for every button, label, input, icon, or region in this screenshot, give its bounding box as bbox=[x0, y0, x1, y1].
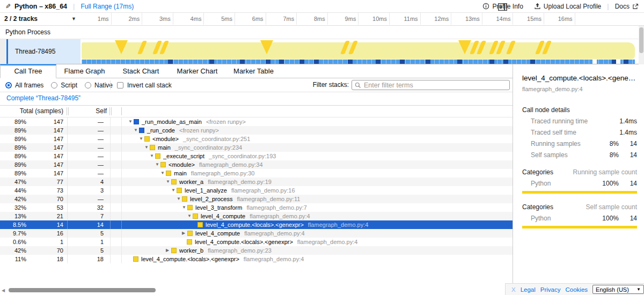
function-name: _execute_script bbox=[163, 152, 204, 160]
category-square-icon bbox=[139, 128, 144, 133]
sample-dark-segment bbox=[299, 60, 304, 64]
call-tree-row[interactable]: 0.6%11level_4_compute.<locals>.<genexpr>… bbox=[0, 238, 513, 246]
category-square-icon bbox=[171, 179, 177, 185]
track-grip-handle[interactable] bbox=[0, 39, 6, 64]
expand-arrow-icon[interactable]: ▼ bbox=[187, 212, 193, 220]
column-self[interactable]: Self bbox=[67, 106, 107, 117]
tab-call-tree[interactable]: Call Tree bbox=[0, 64, 56, 78]
tab-stack-chart[interactable]: Stack Chart bbox=[113, 64, 169, 78]
category-square-icon bbox=[171, 248, 177, 253]
call-tree-row[interactable]: 32%5332▼level_3_transformflamegraph_demo… bbox=[0, 203, 513, 212]
tracks-dropdown-button[interactable]: ▼ bbox=[71, 13, 76, 25]
radio-native[interactable]: Native bbox=[85, 82, 113, 89]
filter-stacks-input[interactable]: Enter filter terms bbox=[352, 80, 510, 90]
legal-link[interactable]: Legal bbox=[521, 286, 536, 293]
tracks-vertical-scrollbar-thumb[interactable] bbox=[639, 27, 643, 53]
ruler-tick: 14ms bbox=[482, 13, 514, 25]
tab-flame-graph[interactable]: Flame Graph bbox=[56, 64, 113, 78]
expand-arrow-icon[interactable]: ▼ bbox=[144, 143, 150, 152]
expand-arrow-icon[interactable]: ▼ bbox=[160, 169, 166, 178]
radio-icon bbox=[51, 82, 57, 88]
sample-dark-segment bbox=[240, 60, 245, 64]
thread-track[interactable]: Thread-78495 bbox=[0, 39, 644, 64]
call-tree-row[interactable]: 89%147—▼<module>flamegraph_demo.py:34 bbox=[0, 160, 513, 169]
horizontal-scrollbar-thumb[interactable] bbox=[9, 288, 156, 292]
timeline-ruler[interactable]: 1ms2ms3ms4ms5ms6ms7ms8ms9ms10ms11ms12ms1… bbox=[80, 13, 639, 25]
category-square-icon bbox=[197, 222, 203, 227]
call-tree-row[interactable]: 13%217▼level_4_computeflamegraph_demo.py… bbox=[0, 212, 513, 220]
filter-stacks-label: Filter stacks: bbox=[313, 78, 349, 92]
expand-arrow-icon[interactable]: ▼ bbox=[177, 195, 182, 203]
ruler-tick: 9ms bbox=[328, 13, 359, 25]
header-divider: | bbox=[73, 2, 75, 10]
expand-arrow-icon[interactable]: ▼ bbox=[139, 135, 144, 143]
call-tree-header: Total (samples) Self bbox=[0, 105, 513, 117]
sample-dark-segment bbox=[489, 60, 494, 64]
privacy-link[interactable]: Privacy bbox=[540, 286, 561, 293]
expand-arrow-icon[interactable]: ▼ bbox=[150, 152, 155, 160]
language-select[interactable]: English (US) ▼ bbox=[592, 285, 644, 294]
cookies-link[interactable]: Cookies bbox=[566, 286, 588, 293]
column-total-samples[interactable]: Total (samples) bbox=[0, 106, 63, 117]
horizontal-scrollbar[interactable]: ◀ bbox=[0, 287, 513, 294]
sidebar: level_4_compute.<locals>.<genexpr> flame… bbox=[513, 64, 644, 295]
call-tree-row[interactable]: 8.5%1414level_4_compute.<locals>.<genexp… bbox=[0, 220, 513, 229]
function-name: worker_a bbox=[179, 178, 203, 186]
category-item-row: Python100%14 bbox=[522, 180, 637, 187]
tab-marker-table[interactable]: Marker Table bbox=[225, 64, 282, 78]
call-tree-row[interactable]: 89%147—▼main_sync_coordinator.py:234 bbox=[0, 143, 513, 152]
call-tree-row[interactable]: 9.7%165▶level_4_computeflamegraph_demo.p… bbox=[0, 229, 513, 238]
call-tree-row[interactable]: 42%70—▼level_2_processflamegraph_demo.py… bbox=[0, 195, 513, 203]
tracks-vertical-scrollbar[interactable] bbox=[639, 26, 644, 64]
call-tree-row[interactable]: 89%147—▼mainflamegraph_demo.py:30 bbox=[0, 169, 513, 178]
call-tree-row[interactable]: 42%705▶worker_bflamegraph_demo.py:23 bbox=[0, 246, 513, 255]
expand-arrow-icon[interactable]: ▼ bbox=[166, 178, 171, 186]
ruler-tick: 10ms bbox=[358, 13, 390, 25]
call-tree-row[interactable]: 11%1818level_4_compute.<locals>.<genexpr… bbox=[0, 255, 513, 263]
ruler-tick: 7ms bbox=[266, 13, 297, 25]
expand-arrow-icon[interactable]: ▼ bbox=[134, 126, 139, 135]
call-tree-row[interactable]: 89%147—▼_run_code<frozen runpy> bbox=[0, 126, 513, 135]
file-location: _sync_coordinator.py:193 bbox=[209, 152, 276, 160]
call-tree-row[interactable]: 47%774▼worker_aflamegraph_demo.py:19 bbox=[0, 178, 513, 186]
radio-script[interactable]: Script bbox=[51, 82, 77, 89]
sample-dark-segment bbox=[266, 60, 270, 64]
call-tree-row[interactable]: 89%147—▼<module>_sync_coordinator.py:251 bbox=[0, 135, 513, 143]
call-tree-row[interactable]: 89%147—▼_execute_script_sync_coordinator… bbox=[0, 152, 513, 160]
upload-profile-button[interactable]: Upload Local Profile bbox=[534, 3, 601, 10]
open-sidebar-icon[interactable] bbox=[498, 3, 507, 11]
call-tree-rows: 89%147—▼_run_module_as_main<frozen runpy… bbox=[0, 117, 513, 263]
category-square-icon bbox=[166, 171, 171, 176]
call-tree-settings: All framesScriptNative Invert call stack… bbox=[0, 78, 513, 92]
edit-profile-name-icon[interactable]: ✎ bbox=[5, 3, 11, 10]
sample-dark-segment bbox=[530, 60, 535, 64]
expand-arrow-icon[interactable]: ▶ bbox=[182, 229, 187, 238]
expand-arrow-icon[interactable]: ▼ bbox=[128, 117, 134, 126]
sample-dark-segment bbox=[348, 60, 353, 64]
thread-track-header[interactable]: Thread-78495 bbox=[8, 39, 80, 64]
full-range-button[interactable]: Full Range (17ms) bbox=[80, 3, 134, 10]
expand-arrow-icon[interactable]: ▼ bbox=[155, 160, 160, 169]
footer-x-link[interactable]: X bbox=[511, 286, 516, 293]
sample-dark-segment bbox=[457, 60, 462, 64]
header-actions: Profile Info Upload Local Profile | Docs bbox=[472, 2, 639, 10]
call-tree-row[interactable]: 89%147—▼_run_module_as_main<frozen runpy… bbox=[0, 117, 513, 126]
tab-marker-chart[interactable]: Marker Chart bbox=[169, 64, 225, 78]
sidebar-metric-row: Traced running time1.4ms bbox=[522, 117, 637, 125]
expand-arrow-icon[interactable]: ▼ bbox=[182, 203, 187, 212]
scroll-left-arrow-icon[interactable]: ◀ bbox=[2, 288, 5, 293]
invert-call-stack-checkbox[interactable]: Invert call stack bbox=[117, 78, 172, 92]
docs-link[interactable]: Docs bbox=[615, 3, 639, 10]
timeline-ruler-row: 2 / 2 tracks ▼ 1ms2ms3ms4ms5ms6ms7ms8ms9… bbox=[0, 13, 644, 26]
expand-arrow-icon[interactable]: ▶ bbox=[166, 246, 171, 255]
process-track-header[interactable]: Python Process bbox=[0, 26, 644, 39]
breadcrumb[interactable]: Complete “Thread-78495” bbox=[6, 94, 80, 102]
checkbox-icon bbox=[117, 82, 123, 88]
function-name: _run_module_as_main bbox=[142, 117, 202, 126]
call-tree-row[interactable]: 44%733▼level_1_analyzeflamegraph_demo.py… bbox=[0, 186, 513, 195]
file-location: flamegraph_demo.py:16 bbox=[231, 186, 295, 195]
sample-dark-segment bbox=[503, 60, 508, 64]
thread-track-canvas[interactable] bbox=[80, 39, 639, 64]
radio-all-frames[interactable]: All frames bbox=[5, 82, 43, 89]
expand-arrow-icon[interactable]: ▼ bbox=[171, 186, 177, 195]
